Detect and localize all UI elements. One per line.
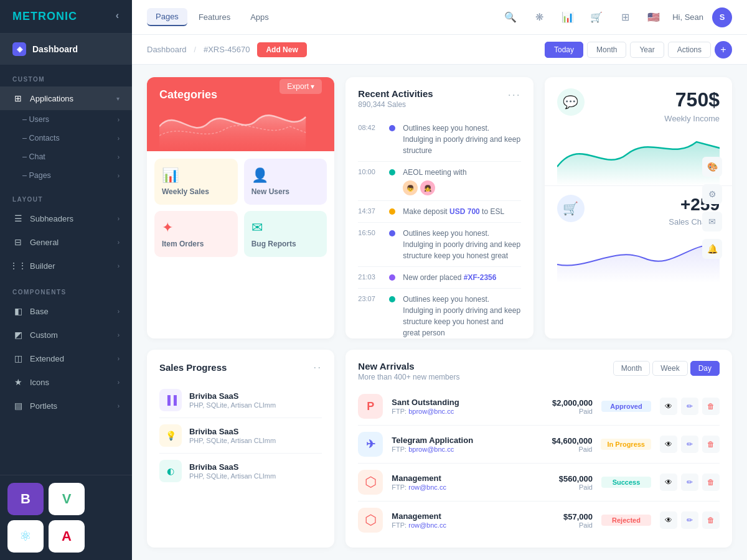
sidebar-item-general[interactable]: ⊟ General › [0, 230, 132, 254]
tab-month[interactable]: Month [613, 361, 650, 376]
add-new-button[interactable]: Add New [257, 42, 306, 57]
arrivals-amount: $4,600,000 Paid [530, 436, 592, 453]
sales-progress-title: Sales Progress [159, 362, 227, 373]
cat-new-users[interactable]: 👤 New Users [244, 159, 327, 205]
sales-item: ▐▐ Briviba SaaS PHP, SQLite, Artisan CLI… [159, 383, 322, 418]
network-icon[interactable]: ❋ [529, 7, 549, 27]
tab-week[interactable]: Week [652, 361, 687, 376]
diamond-icon: ✦ [162, 220, 230, 236]
search-icon[interactable]: 🔍 [500, 7, 520, 27]
cat-label: New Users [251, 187, 320, 196]
send-icon[interactable]: ✉ [702, 212, 722, 231]
weekly-income-amount: 750$ [664, 88, 720, 111]
sidebar-item-portlets[interactable]: ▤ Portlets › [0, 394, 132, 418]
sidebar-item-dashboard[interactable]: ◈ Dashboard [0, 34, 132, 65]
sales-progress-card: Sales Progress ·· ▐▐ Briviba SaaS PHP, S… [147, 350, 334, 548]
palette-icon[interactable]: 🎨 [702, 157, 722, 177]
edit-icon[interactable]: ✏ [681, 436, 698, 453]
arrivals-info: Management FTP: row@bnc.cc [392, 511, 522, 529]
settings-icon[interactable]: ⚙ [702, 184, 722, 204]
content-area: Categories Export ▾ [132, 65, 747, 560]
sidebar-item-subheaders[interactable]: ☰ Subheaders › [0, 207, 132, 230]
sidebar-item-builder[interactable]: ⋮⋮ Builder › [0, 254, 132, 278]
more-options-icon[interactable]: ·· [313, 361, 322, 374]
breadcrumb-dashboard[interactable]: Dashboard [147, 45, 187, 54]
sidebar-item-applications[interactable]: ⊞ Applications ▾ [0, 86, 132, 110]
activity-item: 16:50 Outlines keep you honest. Indulgin… [358, 223, 520, 267]
notification-icon[interactable]: 🔔 [702, 239, 722, 259]
chevron-right-icon: › [118, 332, 120, 338]
actions-button[interactable]: Actions [668, 42, 711, 58]
sidebar-item-icons[interactable]: ★ Icons › [0, 370, 132, 394]
view-icon[interactable]: 👁 [660, 511, 677, 529]
period-year-btn[interactable]: Year [630, 42, 664, 58]
period-month-btn[interactable]: Month [587, 42, 626, 58]
right-icons: 🎨 ⚙ ✉ 🔔 [702, 157, 722, 259]
activity-dot [389, 208, 395, 215]
sidebar-item-chat[interactable]: – Chat › [22, 147, 132, 166]
topbar-nav: Pages Features Apps [147, 8, 278, 26]
cat-bug-reports[interactable]: ✉ Bug Reports [244, 211, 327, 257]
user-avatar[interactable]: S [712, 7, 732, 27]
sidebar-item-base[interactable]: ◧ Base › [0, 299, 132, 323]
view-icon[interactable]: 👁 [660, 436, 677, 453]
topbar-right: 🔍 ❋ 📊 🛒 ⊞ 🇺🇸 Hi, Sean S [500, 7, 732, 27]
edit-icon[interactable]: ✏ [681, 511, 698, 529]
export-button[interactable]: Export ▾ [280, 79, 322, 94]
sidebar-item-custom-comp[interactable]: ◩ Custom › [0, 323, 132, 347]
sales-item-sub: PHP, SQLite, Artisan CLImm [189, 437, 322, 444]
add-plus-button[interactable]: + [715, 41, 732, 58]
brand-logo: METRONIC ‹ [0, 0, 132, 34]
chart-icon[interactable]: 📊 [558, 7, 578, 27]
categories-grid: 📊 Weekly Sales 👤 New Users ✦ Item Orders… [147, 151, 334, 264]
period-today-btn[interactable]: Today [545, 42, 583, 58]
bootstrap-logo[interactable]: B [7, 483, 44, 515]
sales-change-icon: 🛒 [557, 195, 585, 222]
chevron-right-icon: › [118, 355, 120, 362]
arrivals-name: Management [392, 474, 522, 483]
view-icon[interactable]: 👁 [660, 398, 677, 415]
delete-icon[interactable]: 🗑 [702, 511, 720, 529]
nav-item-features[interactable]: Features [190, 9, 239, 26]
tech-logos-section: B V ⚛ A [0, 475, 132, 560]
chevron-right-icon: › [118, 239, 120, 246]
sidebar-item-extended[interactable]: ◫ Extended › [0, 347, 132, 370]
sub-header: Dashboard / #XRS-45670 Add New Today Mon… [132, 35, 747, 65]
dashboard-icon: ◈ [12, 42, 26, 56]
nav-item-apps[interactable]: Apps [242, 9, 278, 26]
delete-icon[interactable]: 🗑 [702, 436, 720, 453]
sales-progress-header: Sales Progress ·· [147, 350, 334, 380]
cat-weekly-sales[interactable]: 📊 Weekly Sales [154, 159, 238, 205]
arrivals-actions: 👁 ✏ 🗑 [660, 474, 720, 491]
vue-logo[interactable]: V [49, 483, 85, 515]
sidebar-item-contacts[interactable]: – Contacts › [22, 129, 132, 147]
edit-icon[interactable]: ✏ [681, 474, 698, 491]
react-logo[interactable]: ⚛ [7, 520, 44, 553]
arrivals-ftp: FTP: row@bnc.cc [392, 521, 522, 529]
sidebar-collapse-btn[interactable]: ‹ [116, 10, 120, 21]
sidebar-item-users[interactable]: – Users › [22, 110, 132, 129]
activity-dot [389, 169, 395, 175]
sales-item-name: Briviba SaaS [189, 427, 322, 436]
angular-logo[interactable]: A [49, 520, 85, 553]
nav-item-pages[interactable]: Pages [147, 8, 187, 26]
edit-icon[interactable]: ✏ [681, 398, 698, 415]
activity-item: 23:07 Outlines keep you honest. Indulgin… [358, 289, 520, 338]
status-badge: Approved [601, 401, 651, 412]
tab-day[interactable]: Day [690, 361, 720, 376]
sales-item-icon: 💡 [159, 424, 182, 447]
activity-text: New order placed #XF-2356 [403, 272, 520, 283]
flag-icon[interactable]: 🇺🇸 [644, 7, 664, 27]
delete-icon[interactable]: 🗑 [702, 474, 720, 491]
applications-icon: ⊞ [12, 93, 24, 104]
more-options-icon[interactable]: ··· [508, 88, 521, 101]
extended-icon: ◫ [12, 353, 24, 364]
arrivals-info: Telegram Application FTP: bprow@bnc.cc [392, 436, 521, 453]
view-icon[interactable]: 👁 [660, 474, 677, 491]
cart-icon[interactable]: 🛒 [586, 7, 606, 27]
sidebar-item-pages[interactable]: – Pages › [22, 166, 132, 185]
arrivals-amount: $57,000 Paid [530, 512, 593, 529]
grid-icon[interactable]: ⊞ [615, 7, 635, 27]
cat-item-orders[interactable]: ✦ Item Orders [154, 211, 238, 257]
delete-icon[interactable]: 🗑 [702, 398, 720, 415]
